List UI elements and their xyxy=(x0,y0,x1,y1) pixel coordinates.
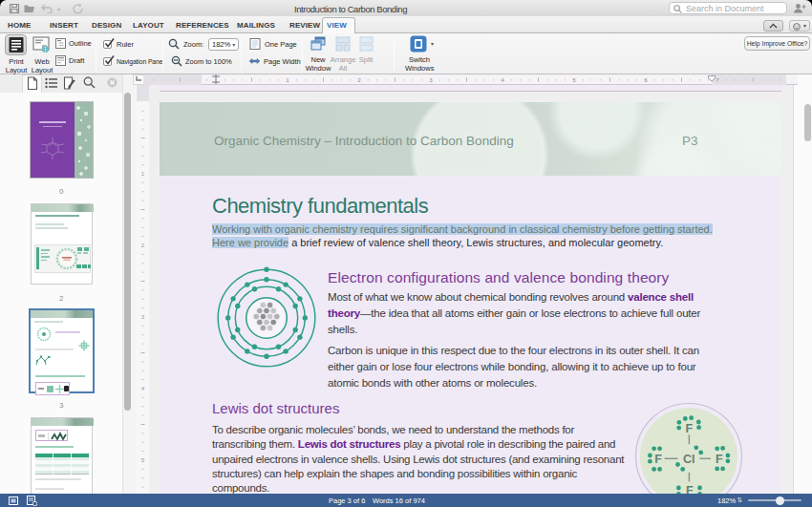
svg-text:1: 1 xyxy=(286,76,289,83)
svg-text:Cl: Cl xyxy=(683,453,695,466)
svg-text:1: 1 xyxy=(141,170,145,177)
svg-text:7: 7 xyxy=(716,76,719,83)
svg-text:4: 4 xyxy=(141,385,145,391)
svg-text:F: F xyxy=(685,422,693,435)
svg-text:5: 5 xyxy=(141,456,145,463)
svg-text:2: 2 xyxy=(141,242,145,248)
svg-text:F: F xyxy=(716,453,723,466)
svg-text:6: 6 xyxy=(644,76,648,83)
svg-text:5: 5 xyxy=(572,76,576,83)
svg-text:3: 3 xyxy=(141,313,145,320)
svg-text:F: F xyxy=(654,453,662,466)
svg-text:3: 3 xyxy=(429,76,433,83)
svg-text:4: 4 xyxy=(501,76,504,83)
svg-text:2: 2 xyxy=(357,76,361,83)
